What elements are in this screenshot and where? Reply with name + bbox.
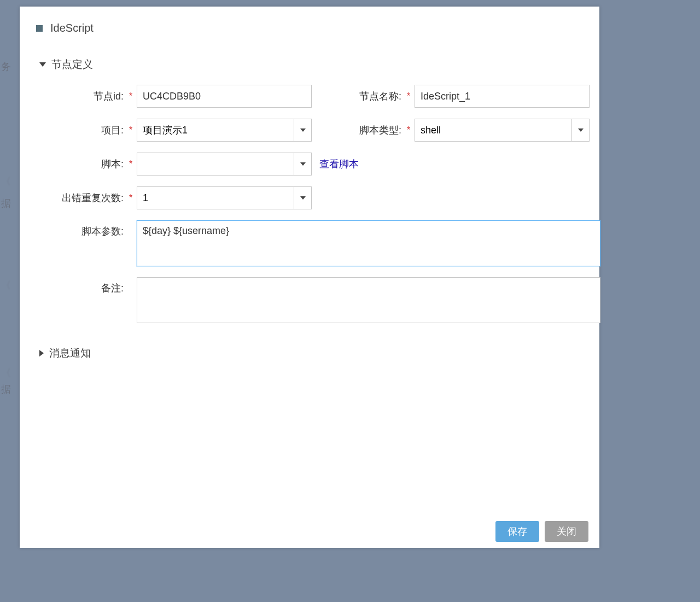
script-type-select[interactable]	[415, 119, 590, 142]
retry-count-select-text[interactable]	[137, 187, 294, 209]
required-icon: *	[127, 91, 135, 101]
field-remark: 备注: *	[45, 277, 600, 323]
bg-item: 〈	[1, 279, 11, 292]
field-script: 脚本: * 查看脚本	[45, 153, 359, 176]
save-button[interactable]: 保存	[495, 521, 539, 542]
section-toggle-notification[interactable]: 消息通知	[39, 346, 580, 360]
script-select-trigger[interactable]	[294, 153, 311, 175]
script-select-text[interactable]	[137, 153, 294, 175]
node-definition-form: 节点id: * 节点名称: * 项目: *	[39, 85, 580, 323]
triangle-down-icon	[39, 62, 46, 67]
project-select-text[interactable]	[137, 119, 294, 141]
view-script-link[interactable]: 查看脚本	[319, 157, 359, 171]
section-title: 节点定义	[51, 57, 93, 72]
field-script-type: 脚本类型: *	[345, 119, 590, 142]
label-script-args: 脚本参数:	[45, 220, 127, 238]
section-toggle-node-definition[interactable]: 节点定义	[39, 57, 580, 72]
square-icon	[36, 25, 43, 32]
retry-count-select[interactable]	[137, 186, 312, 209]
label-retry-count: 出错重复次数:	[45, 191, 127, 204]
field-node-id: 节点id: *	[45, 85, 312, 108]
bg-item: 〈	[1, 175, 11, 188]
section-title: 消息通知	[49, 346, 91, 360]
required-icon: *	[127, 125, 135, 135]
chevron-down-icon	[300, 196, 306, 200]
label-project: 项目:	[45, 124, 127, 137]
chevron-down-icon	[578, 128, 584, 132]
retry-count-select-trigger[interactable]	[294, 187, 311, 209]
script-type-select-trigger[interactable]	[571, 119, 589, 141]
background-sidebar: 务 〈 据 〈 〈 据	[0, 0, 20, 602]
node-id-input[interactable]	[137, 85, 312, 108]
required-icon: *	[127, 193, 135, 203]
dialog-header: IdeScript	[20, 7, 599, 45]
label-script-type: 脚本类型:	[345, 124, 405, 137]
field-script-args: 脚本参数: *	[45, 220, 600, 266]
field-node-name: 节点名称: *	[345, 85, 590, 108]
label-node-id: 节点id:	[45, 90, 127, 103]
script-type-select-text[interactable]	[415, 119, 571, 141]
script-args-input[interactable]	[137, 220, 600, 266]
dialog-title: IdeScript	[50, 22, 94, 34]
field-project: 项目: *	[45, 119, 312, 142]
bg-item: 务	[1, 60, 11, 73]
close-button[interactable]: 关闭	[545, 521, 588, 542]
label-script: 脚本:	[45, 157, 127, 171]
dialog-footer: 保存 关闭	[20, 515, 599, 548]
bg-item: 〈	[1, 366, 11, 379]
remark-input[interactable]	[137, 277, 600, 323]
label-remark: 备注:	[45, 277, 127, 295]
required-icon: *	[405, 125, 412, 135]
bg-item: 据	[1, 383, 11, 396]
field-retry-count: 出错重复次数: *	[45, 186, 312, 209]
section-notification: 消息通知	[20, 334, 599, 360]
chevron-down-icon	[300, 162, 306, 166]
project-select[interactable]	[137, 119, 312, 142]
chevron-down-icon	[300, 128, 306, 132]
project-select-trigger[interactable]	[294, 119, 311, 141]
required-icon: *	[405, 91, 412, 101]
label-node-name: 节点名称:	[345, 90, 405, 103]
triangle-right-icon	[39, 350, 44, 356]
script-select[interactable]	[137, 153, 312, 176]
bg-item: 据	[1, 197, 11, 210]
node-name-input[interactable]	[415, 85, 590, 108]
idescript-dialog: IdeScript 节点定义 节点id: * 节点名称: *	[20, 7, 599, 548]
required-icon: *	[127, 159, 135, 169]
section-node-definition: 节点定义 节点id: * 节点名称: * 项目:	[20, 45, 599, 323]
